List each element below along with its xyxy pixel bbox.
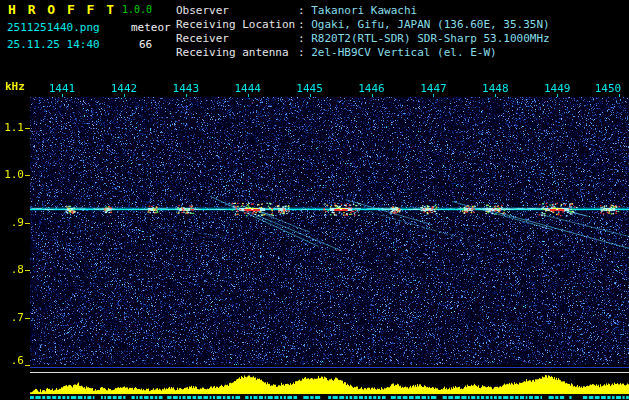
app-version: 1.0.0	[122, 4, 152, 15]
info-label: Receiver	[176, 32, 298, 46]
spectrogram-canvas	[0, 75, 629, 400]
info-value: Ogaki, Gifu, JAPAN (136.60E, 35.35N)	[311, 18, 549, 31]
info-row-receiver: Receiver: R820T2(RTL-SDR) SDR-Sharp 53.1…	[176, 32, 550, 46]
station-info: Observer: Takanori Kawachi Receiving Loc…	[176, 4, 550, 60]
hrofft-window: H R O F F T 1.0.0 2511251440.png meteor …	[0, 0, 629, 400]
info-label: Receiving Location	[176, 18, 298, 32]
y-axis-unit: kHz	[5, 80, 25, 93]
info-value: 2el-HB9CV Vertical (el. E-W)	[311, 46, 496, 59]
info-row-location: Receiving Location: Ogaki, Gifu, JAPAN (…	[176, 18, 550, 32]
info-row-antenna: Receiving antenna: 2el-HB9CV Vertical (e…	[176, 46, 550, 60]
info-label: Observer	[176, 4, 298, 18]
info-colon: :	[298, 32, 311, 45]
info-colon: :	[298, 18, 311, 31]
info-colon: :	[298, 46, 311, 59]
app-title: H R O F F T	[8, 2, 116, 17]
info-value: R820T2(RTL-SDR) SDR-Sharp 53.1000MHz	[311, 32, 549, 45]
info-colon: :	[298, 4, 311, 17]
info-label: Receiving antenna	[176, 46, 298, 60]
mode-label: meteor	[131, 21, 171, 34]
info-value: Takanori Kawachi	[311, 4, 417, 17]
datetime-label: 25.11.25 14:40	[7, 38, 100, 51]
info-row-observer: Observer: Takanori Kawachi	[176, 4, 550, 18]
output-filename: 2511251440.png	[7, 21, 100, 34]
echo-count: 66	[139, 38, 152, 51]
